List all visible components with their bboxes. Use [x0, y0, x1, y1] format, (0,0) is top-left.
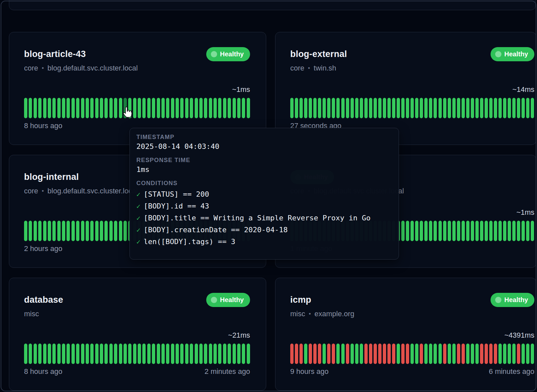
- result-bar-success[interactable]: [104, 344, 108, 364]
- result-bar-success[interactable]: [52, 221, 56, 241]
- result-bar-success[interactable]: [526, 221, 529, 241]
- result-bar-success[interactable]: [218, 98, 221, 118]
- result-bar-success[interactable]: [415, 221, 418, 241]
- result-bar-success[interactable]: [247, 98, 250, 118]
- result-bar-success[interactable]: [410, 98, 414, 118]
- result-bar-success[interactable]: [109, 344, 113, 364]
- result-bar-success[interactable]: [124, 344, 127, 364]
- result-bar-success[interactable]: [304, 98, 307, 118]
- result-bar-success[interactable]: [304, 344, 307, 364]
- result-bar-success[interactable]: [508, 221, 511, 241]
- result-bar-failure[interactable]: [318, 344, 321, 364]
- result-bar-success[interactable]: [166, 98, 169, 118]
- result-bar-success[interactable]: [119, 344, 122, 364]
- uptime-bars[interactable]: [290, 344, 534, 364]
- result-bar-success[interactable]: [142, 98, 146, 118]
- result-bar-success[interactable]: [161, 98, 165, 118]
- result-bar-success[interactable]: [341, 98, 345, 118]
- result-bar-success[interactable]: [434, 344, 437, 364]
- result-bar-success[interactable]: [104, 98, 108, 118]
- result-bar-success[interactable]: [180, 98, 184, 118]
- result-bar-success[interactable]: [360, 344, 363, 364]
- result-bar-failure[interactable]: [378, 344, 382, 364]
- endpoint-card-partial[interactable]: [9, 0, 536, 10]
- result-bar-failure[interactable]: [374, 344, 377, 364]
- result-bar-success[interactable]: [52, 344, 56, 364]
- result-bar-failure[interactable]: [480, 344, 483, 364]
- result-bar-success[interactable]: [494, 221, 497, 241]
- result-bar-success[interactable]: [452, 344, 456, 364]
- result-bar-failure[interactable]: [401, 344, 405, 364]
- result-bar-success[interactable]: [29, 98, 32, 118]
- result-bar-success[interactable]: [104, 221, 108, 241]
- result-bar-failure[interactable]: [406, 344, 409, 364]
- result-bar-success[interactable]: [199, 98, 203, 118]
- result-bar-success[interactable]: [109, 98, 113, 118]
- result-bar-success[interactable]: [531, 221, 534, 241]
- result-bar-success[interactable]: [401, 98, 405, 118]
- result-bar-success[interactable]: [100, 221, 103, 241]
- result-bar-success[interactable]: [109, 221, 113, 241]
- result-bar-success[interactable]: [34, 98, 37, 118]
- result-bar-success[interactable]: [466, 221, 469, 241]
- result-bar-success[interactable]: [512, 344, 516, 364]
- result-bar-success[interactable]: [223, 98, 226, 118]
- result-bar-success[interactable]: [100, 344, 103, 364]
- result-bar-success[interactable]: [48, 344, 51, 364]
- result-bar-success[interactable]: [452, 221, 456, 241]
- result-bar-failure[interactable]: [420, 344, 423, 364]
- result-bar-success[interactable]: [471, 344, 474, 364]
- result-bar-success[interactable]: [228, 98, 231, 118]
- result-bar-success[interactable]: [443, 221, 446, 241]
- result-bar-success[interactable]: [247, 344, 250, 364]
- result-bar-success[interactable]: [190, 98, 193, 118]
- result-bar-success[interactable]: [57, 221, 61, 241]
- result-bar-success[interactable]: [76, 344, 79, 364]
- result-bar-failure[interactable]: [327, 344, 330, 364]
- result-bar-success[interactable]: [360, 98, 363, 118]
- result-bar-success[interactable]: [503, 98, 506, 118]
- result-bar-failure[interactable]: [332, 344, 335, 364]
- result-bar-success[interactable]: [336, 98, 340, 118]
- result-bar-success[interactable]: [489, 221, 493, 241]
- result-bar-success[interactable]: [341, 344, 345, 364]
- result-bar-success[interactable]: [62, 344, 65, 364]
- result-bar-success[interactable]: [406, 98, 409, 118]
- result-bar-success[interactable]: [90, 98, 94, 118]
- result-bar-success[interactable]: [475, 221, 479, 241]
- result-bar-failure[interactable]: [485, 344, 488, 364]
- result-bar-success[interactable]: [438, 221, 442, 241]
- result-bar-success[interactable]: [429, 344, 432, 364]
- result-bar-success[interactable]: [209, 98, 212, 118]
- result-bar-success[interactable]: [76, 221, 79, 241]
- result-bar-success[interactable]: [424, 344, 428, 364]
- result-bar-success[interactable]: [228, 344, 231, 364]
- result-bar-success[interactable]: [128, 344, 131, 364]
- result-bar-success[interactable]: [67, 221, 70, 241]
- result-bar-success[interactable]: [383, 98, 386, 118]
- result-bar-success[interactable]: [369, 98, 372, 118]
- result-bar-success[interactable]: [387, 98, 391, 118]
- result-bar-success[interactable]: [522, 221, 525, 241]
- result-bar-success[interactable]: [471, 221, 474, 241]
- result-bar-success[interactable]: [508, 98, 511, 118]
- endpoint-card-icmp[interactable]: icmp Healthy misc • example.org ~4391ms …: [275, 278, 536, 391]
- result-bar-success[interactable]: [62, 98, 65, 118]
- result-bar-success[interactable]: [38, 344, 42, 364]
- result-bar-success[interactable]: [209, 344, 212, 364]
- result-bar-success[interactable]: [346, 98, 349, 118]
- result-bar-success[interactable]: [147, 344, 151, 364]
- result-bar-success[interactable]: [332, 98, 335, 118]
- result-bar-success[interactable]: [424, 221, 428, 241]
- result-bar-success[interactable]: [517, 98, 520, 118]
- result-bar-success[interactable]: [531, 344, 534, 364]
- result-bar-success[interactable]: [76, 98, 79, 118]
- result-bar-success[interactable]: [508, 344, 511, 364]
- result-bar-success[interactable]: [471, 98, 474, 118]
- result-bar-success[interactable]: [420, 98, 423, 118]
- result-bar-success[interactable]: [43, 98, 46, 118]
- result-bar-success[interactable]: [95, 344, 99, 364]
- result-bar-success[interactable]: [124, 221, 127, 241]
- result-bar-success[interactable]: [242, 344, 245, 364]
- result-bar-success[interactable]: [152, 344, 155, 364]
